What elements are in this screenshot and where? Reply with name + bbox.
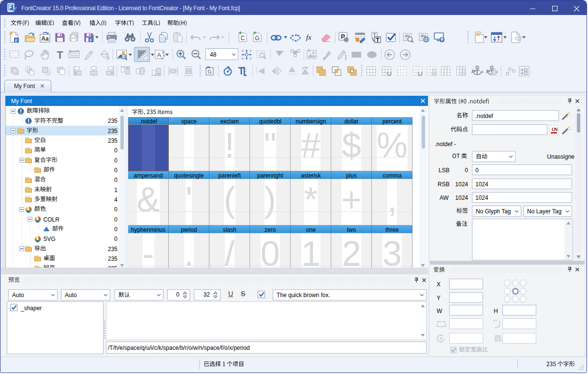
svg-text:C: C: [241, 35, 245, 42]
svg-text:G: G: [255, 35, 259, 42]
svg-text:F: F: [15, 38, 18, 43]
svg-text:N: N: [554, 126, 558, 132]
svg-text:Aa: Aa: [41, 35, 49, 42]
svg-text:G: G: [207, 69, 212, 75]
svg-text:fx: fx: [306, 33, 311, 41]
svg-text:F: F: [89, 38, 92, 43]
svg-text:T: T: [57, 49, 63, 60]
svg-text:T: T: [376, 37, 380, 44]
svg-text:A: A: [157, 51, 162, 59]
